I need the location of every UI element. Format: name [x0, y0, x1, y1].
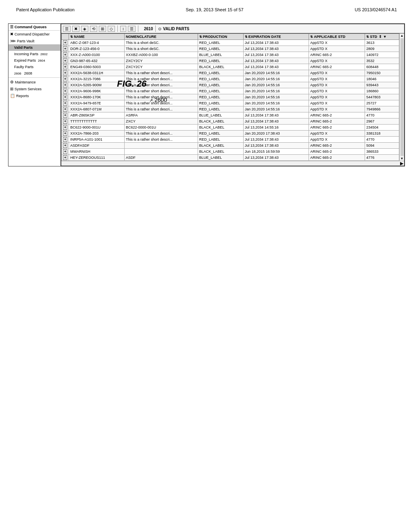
expand-button[interactable]: +: [63, 137, 67, 142]
sort-icon-applicable[interactable]: ⇅: [310, 35, 313, 39]
th-expiration[interactable]: ⇅ EXPIRATION DATE: [243, 34, 309, 40]
expand-button[interactable]: +: [63, 143, 67, 148]
th-applicable[interactable]: ⇅ APPLICABLE STD: [309, 34, 365, 40]
table-row: + XXX2A-9606-998K This is a rather short…: [62, 88, 399, 94]
toolbar-valid-parts-icon: ⊙: [158, 27, 161, 31]
expand-button[interactable]: +: [63, 125, 67, 130]
sidebar-item-system-services[interactable]: ⊞ System Services: [8, 85, 60, 92]
row-expand-cell[interactable]: +: [62, 125, 69, 131]
sidebar-item-command-dispatcher[interactable]: ✖ Command Dispatcher: [8, 31, 60, 37]
expand-button[interactable]: +: [63, 101, 67, 106]
row-nomenclature: ASRFA: [124, 112, 198, 118]
expand-button[interactable]: +: [63, 89, 67, 94]
system-services-icon: ⊞: [10, 87, 13, 91]
toolbar-btn-refresh[interactable]: ⟲: [90, 26, 97, 32]
expand-button[interactable]: +: [63, 40, 67, 45]
toolbar-btn-close[interactable]: ✖: [72, 26, 79, 32]
filter-icon-std[interactable]: ⇕ ▼: [379, 35, 386, 39]
row-nomenclature: XXXBZ-A000-0-100: [124, 52, 198, 58]
horizontal-scrollbar[interactable]: ▶: [61, 161, 404, 166]
row-production: RED_LABEL: [198, 100, 243, 106]
sort-icon-production[interactable]: ⇅: [199, 35, 202, 39]
toolbar-btn-menu[interactable]: ☰: [63, 26, 71, 32]
row-expand-cell[interactable]: +: [62, 82, 69, 88]
row-expand-cell[interactable]: +: [62, 137, 69, 143]
expand-button[interactable]: +: [63, 52, 67, 57]
row-expand-cell[interactable]: +: [62, 52, 69, 58]
th-production[interactable]: ⇅ PRODUCTION: [198, 34, 243, 40]
row-expand-cell[interactable]: +: [62, 70, 69, 76]
expand-button[interactable]: +: [63, 64, 67, 69]
row-expand-cell[interactable]: +: [62, 118, 69, 125]
sort-icon-name[interactable]: ⇅: [70, 35, 73, 39]
toolbar-btn-list[interactable]: ☰: [128, 26, 136, 32]
sidebar-item-valid-parts[interactable]: Valid Parts: [8, 44, 60, 51]
row-name: TTTTTTTTTTTT: [69, 118, 125, 125]
row-expand-cell[interactable]: +: [62, 64, 69, 70]
th-name[interactable]: ⇅ NAME: [69, 34, 125, 40]
expand-button[interactable]: +: [63, 107, 67, 112]
sidebar-item-faulty-parts[interactable]: Faulty Parts: [8, 64, 60, 70]
sort-icon-std[interactable]: ⇅: [366, 35, 369, 39]
vertical-scrollbar[interactable]: ▲ ▼: [399, 33, 404, 161]
th-std[interactable]: ⇅ STD ⇕ ▼: [365, 34, 399, 40]
sidebar-item-incoming-parts[interactable]: Incoming Parts 2602: [8, 51, 60, 57]
row-expiration: Jan 20,2020 14:55:16: [243, 82, 309, 88]
toolbar-btn-updown[interactable]: ↕: [120, 26, 126, 32]
scroll-right-arrow[interactable]: ▶: [400, 161, 403, 166]
expand-button[interactable]: +: [63, 58, 67, 63]
expand-button[interactable]: +: [63, 95, 67, 100]
table-row: + XXX2A-5638-0311H This is a rather shor…: [62, 70, 399, 76]
sidebar-item-command-queues[interactable]: ☰ Command Queues: [8, 24, 60, 31]
row-expand-cell[interactable]: +: [62, 58, 69, 64]
row-expand-cell[interactable]: +: [62, 88, 69, 94]
table-row: + ABR-Z865KSP ASRFA BLUE_LABEL Jul 13,20…: [62, 112, 399, 118]
sidebar-item-expired-parts[interactable]: Expired Parts 2604: [8, 57, 60, 64]
expand-button[interactable]: +: [63, 113, 67, 118]
toolbar-sep2: [138, 25, 138, 32]
sidebar-item-2608[interactable]: 2606 2608: [8, 70, 60, 77]
row-expand-cell[interactable]: +: [62, 106, 69, 112]
expand-button[interactable]: +: [63, 119, 67, 124]
row-expand-cell[interactable]: +: [62, 149, 69, 155]
expand-button[interactable]: +: [63, 77, 67, 81]
row-expand-cell[interactable]: +: [62, 143, 69, 149]
expand-button[interactable]: +: [63, 83, 67, 87]
sidebar-item-reports[interactable]: 📋 Reports: [8, 92, 60, 99]
scroll-down-arrow[interactable]: ▼: [400, 156, 404, 161]
vault-icon: ⋙: [10, 39, 16, 43]
row-expand-cell[interactable]: +: [62, 46, 69, 52]
expand-button[interactable]: +: [63, 155, 67, 160]
row-expand-cell[interactable]: +: [62, 155, 69, 161]
row-expand-cell[interactable]: +: [62, 40, 69, 46]
row-nomenclature: BC622-0000-001U: [124, 125, 198, 131]
row-expand-cell[interactable]: +: [62, 100, 69, 106]
row-expiration: Jul 13,2034 17:38:43: [243, 137, 309, 143]
row-expand-cell[interactable]: +: [62, 94, 69, 100]
row-name: ABR-Z865KSP: [69, 112, 125, 118]
row-std: 234504: [365, 125, 399, 131]
row-expand-cell[interactable]: +: [62, 76, 69, 82]
row-std: 25727: [365, 100, 399, 106]
row-production: BLUE_LABEL: [198, 112, 243, 118]
row-std: 3532: [365, 58, 399, 64]
expand-button[interactable]: +: [63, 71, 67, 75]
toolbar-btn-diamond[interactable]: ◈: [81, 26, 88, 32]
expand-button[interactable]: +: [63, 131, 67, 136]
row-name: GN3-987-65-432: [69, 58, 125, 64]
page-header: Patent Application Publication Sep. 19, …: [0, 0, 413, 15]
row-expiration: Jul 13,2034 17:38:43: [243, 112, 309, 118]
row-production: BLACK_LABEL: [198, 118, 243, 125]
row-expand-cell[interactable]: +: [62, 112, 69, 118]
row-expand-cell[interactable]: +: [62, 131, 69, 137]
sidebar-item-maintenance[interactable]: ⚙ Maintenance: [8, 79, 60, 85]
expand-button[interactable]: +: [63, 46, 67, 51]
sort-icon-expiration[interactable]: ⇅: [245, 35, 248, 39]
row-production: RED_LABEL: [198, 131, 243, 137]
toolbar-btn-grid[interactable]: ⊞: [99, 26, 106, 32]
scroll-up-arrow[interactable]: ▲: [400, 33, 404, 38]
expand-button[interactable]: +: [63, 149, 67, 154]
sidebar-item-parts-vault[interactable]: ⋙ Parts Vault: [8, 37, 60, 44]
toolbar-btn-shape[interactable]: ◇: [108, 26, 115, 32]
row-expiration: Jul 13,2034 17:38:43: [243, 58, 309, 64]
